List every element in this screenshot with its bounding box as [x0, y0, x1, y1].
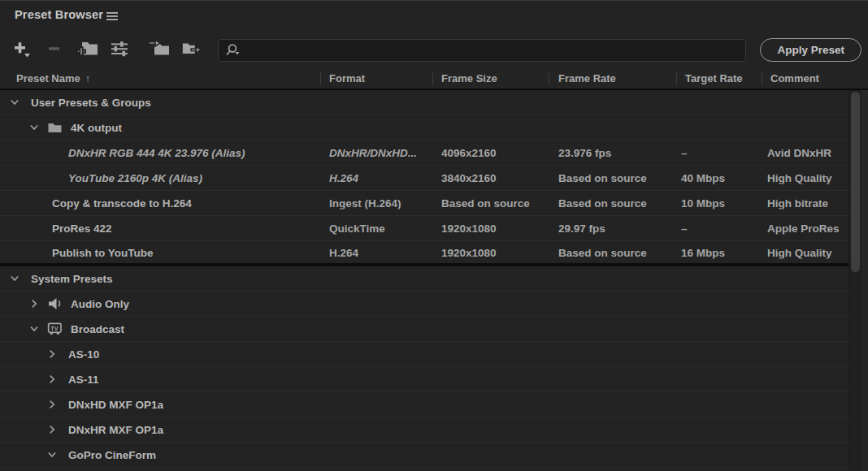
preset-name: Copy & transcode to H.264 [52, 197, 192, 210]
group-name: GoPro CineForm [68, 449, 156, 461]
panel-right-edge [861, 90, 868, 471]
group-row[interactable]: User Presets & Groups [0, 90, 868, 115]
frame-rate-cell: 29.97 fps [558, 223, 675, 235]
target-rate-cell: 10 Mbps [681, 197, 761, 210]
group-row[interactable]: Audio Only [0, 292, 868, 317]
import-presets-button[interactable] [147, 38, 170, 59]
chevron-right-icon[interactable] [47, 349, 57, 359]
preset-row[interactable]: YouTube 2160p 4K (Alias)H.2643840x2160Ba… [0, 166, 868, 191]
search-box[interactable] [218, 39, 746, 62]
new-group-button[interactable] [76, 38, 98, 59]
frame-size-cell: 3840x2160 [441, 172, 552, 184]
title-bar: Preset Browser [0, 1, 868, 28]
format-cell: DNxHR/DNxHD... [329, 147, 435, 159]
group-row[interactable]: DNxHR MXF OP1a [0, 417, 868, 443]
chevron-down-icon[interactable] [47, 450, 57, 460]
frame-size-cell: 4096x2160 [441, 147, 552, 159]
chevron-down-icon[interactable] [10, 97, 20, 107]
preset-name: YouTube 2160p 4K (Alias) [68, 172, 202, 184]
comment-cell: Avid DNxHR [767, 147, 848, 159]
frame-size-cell: Based on source [441, 197, 552, 210]
chevron-right-icon[interactable] [47, 425, 57, 434]
chevron-down-icon[interactable] [10, 274, 20, 283]
preset-settings-button[interactable] [108, 38, 131, 59]
frame-size-cell: 1920x1080 [441, 223, 552, 235]
target-rate-cell: 16 Mbps [681, 246, 761, 258]
group-row[interactable]: 4K output [0, 115, 868, 140]
frame-rate-cell: 23.976 fps [558, 147, 675, 159]
preset-row[interactable]: ProRes 422QuickTime1920x108029.97 fps–Ap… [0, 216, 868, 241]
target-rate-cell: 40 Mbps [681, 172, 761, 184]
preset-name: DNxHR RGB 444 4K 23.976 (Alias) [68, 147, 245, 159]
minus-icon [46, 40, 63, 58]
folder-icon [47, 122, 63, 134]
preset-row[interactable]: GoPro CineForm RGB 12-bit with alpha at.… [0, 468, 868, 471]
preset-table-body: User Presets & Groups4K outputDNxHR RGB … [0, 90, 868, 471]
comment-cell: High Quality [767, 246, 848, 258]
chevron-down-icon[interactable] [29, 123, 39, 132]
group-name: Broadcast [71, 323, 124, 335]
preset-row[interactable]: Copy & transcode to H.264Ingest (H.264)B… [0, 191, 868, 216]
column-label: Frame Size [441, 72, 497, 84]
column-label: Preset Name [16, 72, 80, 84]
column-header-target-rate[interactable]: Target Rate [685, 72, 743, 84]
folder-import-icon [147, 39, 170, 58]
svg-text:TV: TV [50, 325, 58, 332]
group-row[interactable]: GoPro CineForm [0, 443, 868, 468]
group-name: AS-11 [68, 374, 99, 386]
toolbar: Apply Preset [0, 28, 868, 69]
export-presets-button[interactable] [180, 38, 203, 59]
format-cell: QuickTime [329, 223, 435, 235]
format-cell: H.264 [329, 246, 435, 258]
group-name: System Presets [31, 273, 113, 285]
group-row[interactable]: TVBroadcast [0, 317, 868, 342]
group-row[interactable]: AS-11 [0, 367, 868, 392]
column-divider[interactable] [676, 73, 677, 85]
table-header: Preset Name↑ Format Frame Size Frame Rat… [0, 69, 868, 90]
chevron-right-icon[interactable] [47, 400, 57, 409]
remove-preset-button[interactable] [43, 38, 66, 59]
frame-rate-cell: Based on source [558, 246, 675, 258]
group-name: AS-10 [68, 348, 99, 361]
scrollbar-thumb[interactable] [851, 92, 860, 272]
chevron-right-icon[interactable] [47, 374, 57, 384]
column-label: Comment [770, 72, 819, 84]
folder-export-icon [180, 39, 203, 58]
column-header-frame-rate[interactable]: Frame Rate [558, 72, 616, 84]
preset-row[interactable]: Publish to YouTubeH.2641920x1080Based on… [0, 241, 868, 266]
chevron-down-icon[interactable] [29, 324, 39, 334]
column-header-frame-size[interactable]: Frame Size [441, 72, 497, 84]
group-name: User Presets & Groups [31, 97, 151, 109]
vertical-scrollbar[interactable] [848, 90, 861, 471]
column-divider[interactable] [762, 73, 762, 85]
column-header-comment[interactable]: Comment [770, 72, 819, 84]
column-label: Target Rate [685, 72, 743, 84]
panel-title: Preset Browser [15, 8, 103, 21]
tv-icon: TV [47, 322, 63, 335]
column-header-preset-name[interactable]: Preset Name↑ [16, 72, 90, 84]
comment-cell: Apple ProRes [767, 223, 848, 235]
apply-preset-button[interactable]: Apply Preset [760, 38, 861, 62]
search-icon [225, 43, 242, 58]
format-cell: Ingest (H.264) [329, 197, 435, 210]
preset-row[interactable]: DNxHR RGB 444 4K 23.976 (Alias)DNxHR/DNx… [0, 140, 868, 166]
search-input[interactable] [247, 45, 745, 57]
frame-rate-cell: Based on source [558, 197, 675, 210]
target-rate-cell: – [681, 147, 761, 159]
column-divider[interactable] [549, 73, 549, 85]
column-divider[interactable] [432, 73, 433, 85]
group-row[interactable]: AS-10 [0, 342, 868, 367]
add-preset-button[interactable] [11, 38, 34, 59]
panel-menu-icon[interactable] [106, 10, 119, 24]
group-name: 4K output [71, 122, 122, 134]
column-divider[interactable] [320, 73, 321, 85]
frame-size-cell: 1920x1080 [441, 246, 552, 258]
group-row[interactable]: DNxHD MXF OP1a [0, 392, 868, 417]
group-row[interactable]: System Presets [0, 266, 868, 292]
new-folder-icon [76, 39, 98, 58]
chevron-right-icon[interactable] [29, 299, 39, 309]
column-header-format[interactable]: Format [329, 72, 365, 84]
target-rate-cell: – [681, 223, 761, 235]
column-label: Format [329, 72, 365, 84]
frame-rate-cell: Based on source [558, 172, 675, 184]
